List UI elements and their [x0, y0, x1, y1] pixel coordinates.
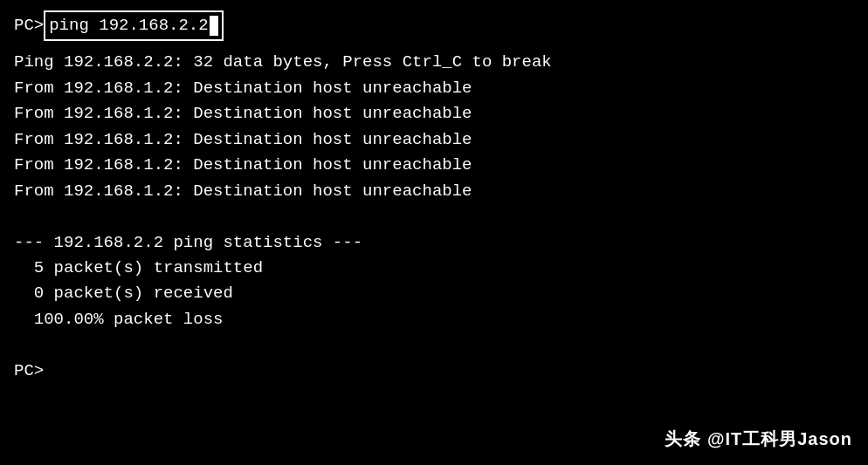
command-line: PC> ping 192.168.2.2: [14, 10, 854, 41]
final-prompt: PC>: [14, 359, 854, 384]
output-line-ping-header: Ping 192.168.2.2: 32 data bytes, Press C…: [14, 50, 854, 75]
command-text: ping 192.168.2.2: [49, 13, 208, 38]
prompt-label: PC>: [14, 13, 44, 38]
watermark: 头条 @IT工科男Jason: [665, 426, 852, 453]
cursor-blink: [210, 16, 218, 36]
blank-line-1: [14, 204, 854, 229]
output-line-2: From 192.168.1.2: Destination host unrea…: [14, 101, 854, 127]
blank-line-2: [14, 332, 854, 358]
output-line-4: From 192.168.1.2: Destination host unrea…: [14, 153, 854, 178]
output-section: Ping 192.168.2.2: 32 data bytes, Press C…: [14, 50, 854, 384]
stats-separator: --- 192.168.2.2 ping statistics ---: [14, 230, 854, 256]
stats-line-1: 5 packet(s) transmitted: [14, 256, 854, 281]
command-input-box[interactable]: ping 192.168.2.2: [44, 10, 223, 41]
stats-line-2: 0 packet(s) received: [14, 281, 854, 306]
output-line-5: From 192.168.1.2: Destination host unrea…: [14, 179, 854, 204]
output-line-1: From 192.168.1.2: Destination host unrea…: [14, 76, 854, 101]
terminal-window: PC> ping 192.168.2.2 Ping 192.168.2.2: 3…: [0, 0, 868, 465]
stats-line-3: 100.00% packet loss: [14, 307, 854, 332]
output-line-3: From 192.168.1.2: Destination host unrea…: [14, 127, 854, 153]
